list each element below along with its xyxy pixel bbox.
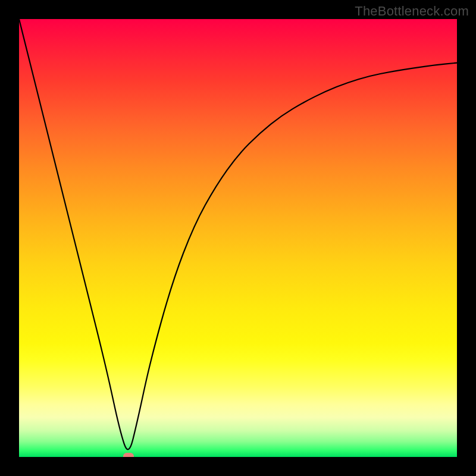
chart-frame: TheBottleneck.com: [0, 0, 476, 476]
watermark-text: TheBottleneck.com: [355, 4, 469, 19]
plot-area: [19, 19, 457, 457]
optimal-point-marker: [123, 453, 134, 457]
bottleneck-curve: [19, 19, 457, 449]
curve-layer: [19, 19, 457, 457]
